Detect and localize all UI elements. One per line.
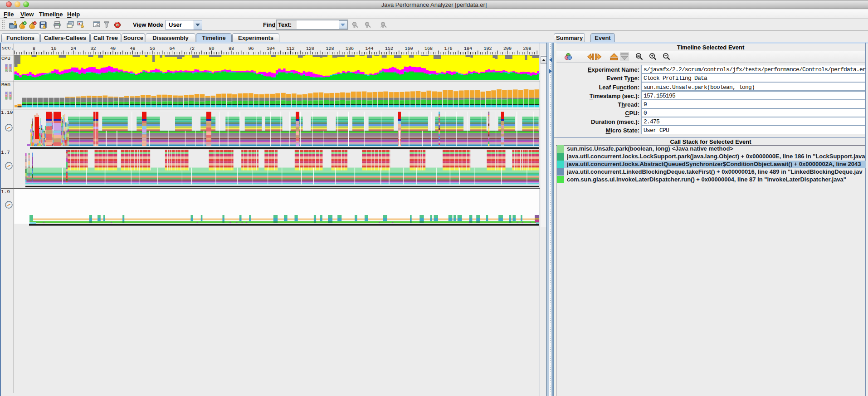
svg-text:112: 112	[286, 46, 294, 51]
svg-text:32: 32	[90, 46, 96, 51]
svg-text:80: 80	[209, 46, 214, 51]
svg-text:168: 168	[424, 46, 433, 51]
svg-text:120: 120	[306, 46, 314, 51]
svg-text:184: 184	[464, 46, 472, 51]
svg-text:144: 144	[365, 46, 373, 51]
svg-text:8: 8	[33, 46, 35, 51]
svg-text:176: 176	[444, 46, 452, 51]
svg-text:88: 88	[229, 46, 234, 51]
svg-text:208: 208	[523, 46, 531, 51]
svg-text:136: 136	[346, 46, 354, 51]
svg-text:56: 56	[150, 46, 155, 51]
svg-text:192: 192	[483, 46, 492, 51]
svg-text:24: 24	[71, 46, 76, 51]
svg-text:152: 152	[385, 46, 393, 51]
svg-text:160: 160	[405, 46, 413, 51]
svg-text:104: 104	[267, 46, 275, 51]
svg-text:128: 128	[326, 46, 334, 51]
svg-text:16: 16	[51, 46, 56, 51]
svg-text:64: 64	[169, 46, 175, 51]
svg-text:72: 72	[189, 46, 195, 51]
svg-text:200: 200	[503, 46, 512, 51]
svg-text:48: 48	[130, 46, 135, 51]
svg-text:40: 40	[110, 46, 116, 51]
svg-text:96: 96	[248, 46, 254, 51]
